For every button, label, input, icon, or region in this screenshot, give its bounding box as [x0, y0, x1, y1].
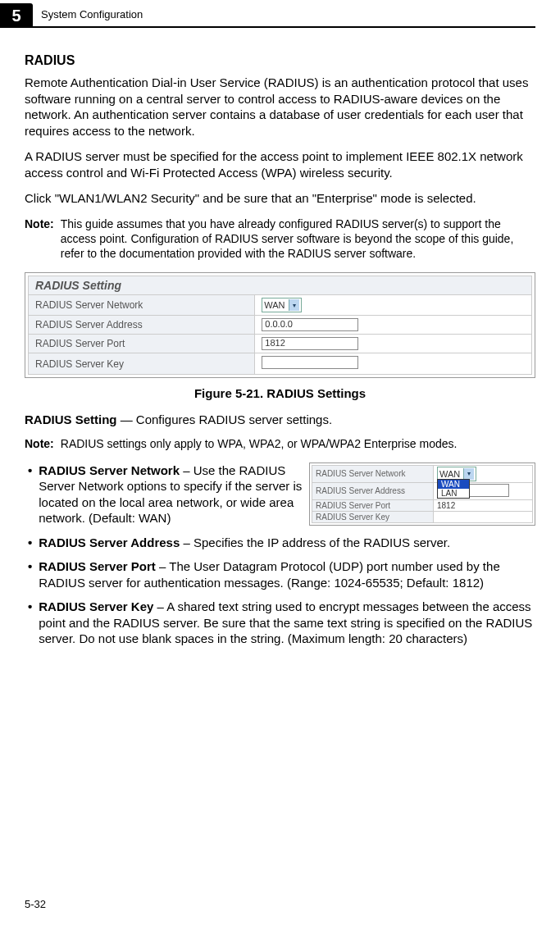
server-network-select-value: WAN — [264, 300, 285, 310]
bullet-term: RADIUS Server Key — [39, 599, 153, 613]
note-block-1: Note: This guide assumes that you have a… — [25, 216, 535, 262]
bullet-term: RADIUS Server Port — [39, 559, 156, 573]
server-key-input[interactable] — [262, 356, 358, 369]
bullet-network: RADIUS Server Network – Use the RADIUS S… — [25, 462, 303, 526]
paragraph-intro: Remote Authentication Dial-in User Servi… — [25, 75, 535, 139]
inset-network-select-value: WAN — [439, 469, 460, 479]
figure-caption: Figure 5-21. RADIUS Settings — [25, 386, 535, 400]
inset-table: RADIUS Server Network WAN ▾ WAN LAN — [312, 465, 533, 523]
server-address-input[interactable]: 0.0.0.0 — [262, 318, 358, 331]
row-label-port: RADIUS Server Port — [29, 335, 255, 353]
inset-label-port: RADIUS Server Port — [312, 499, 434, 511]
radius-panel-title: RADIUS Setting — [29, 276, 532, 295]
figure-radius-settings: RADIUS Setting RADIUS Server Network WAN… — [25, 272, 535, 378]
definition-radius-setting: RADIUS Setting — Configures RADIUS serve… — [25, 412, 535, 428]
bullet-key: RADIUS Server Key – A shared text string… — [25, 599, 535, 647]
row-value-key — [255, 353, 532, 375]
row-value-address: 0.0.0.0 — [255, 316, 532, 335]
inset-network-dropdown-list: WAN LAN — [437, 479, 470, 499]
section-heading-radius: RADIUS — [25, 53, 535, 68]
bullet-term: RADIUS Server Network — [39, 463, 180, 477]
paragraph-requirement: A RADIUS server must be specified for th… — [25, 148, 535, 180]
figure-dropdown-inset: RADIUS Server Network WAN ▾ WAN LAN — [309, 462, 535, 526]
header-rule — [25, 26, 535, 28]
row-label-network: RADIUS Server Network — [29, 295, 255, 316]
page-number: 5-32 — [25, 898, 46, 910]
row-value-port: 1812 — [255, 335, 532, 353]
dropdown-option-wan[interactable]: WAN — [438, 480, 469, 489]
row-label-key: RADIUS Server Key — [29, 353, 255, 375]
note-label: Note: — [25, 436, 61, 451]
server-network-select[interactable]: WAN ▾ — [262, 298, 301, 312]
note-text: RADIUS settings only apply to WPA, WPA2,… — [61, 436, 535, 451]
inset-value-network: WAN ▾ WAN LAN — [433, 465, 532, 482]
bullet-port: RADIUS Server Port – The User Datagram P… — [25, 558, 535, 590]
chevron-down-icon: ▾ — [463, 468, 474, 480]
chevron-down-icon: ▾ — [289, 299, 299, 311]
note-text: This guide assumes that you have already… — [61, 216, 535, 262]
running-header: System Configuration — [41, 8, 143, 21]
inset-label-key: RADIUS Server Key — [312, 511, 434, 522]
paragraph-instruction: Click "WLAN1/WLAN2 Security" and be sure… — [25, 190, 535, 207]
inset-label-network: RADIUS Server Network — [312, 465, 434, 482]
row-value-network: WAN ▾ — [255, 295, 532, 316]
inset-value-key — [433, 511, 532, 522]
note-label: Note: — [25, 216, 61, 262]
definition-desc: — Configures RADIUS server settings. — [117, 412, 333, 426]
definition-term: RADIUS Setting — [25, 412, 117, 426]
bullet-term: RADIUS Server Address — [39, 535, 180, 549]
bullet-desc: – Specifies the IP address of the RADIUS… — [180, 535, 450, 549]
radius-settings-table: RADIUS Setting RADIUS Server Network WAN… — [28, 276, 532, 375]
note-block-2: Note: RADIUS settings only apply to WPA,… — [25, 436, 535, 451]
row-label-address: RADIUS Server Address — [29, 316, 255, 335]
dropdown-option-lan[interactable]: LAN — [438, 489, 469, 498]
inset-value-port: 1812 — [433, 499, 532, 511]
bullet-address: RADIUS Server Address – Specifies the IP… — [25, 535, 535, 551]
server-port-input[interactable]: 1812 — [262, 337, 358, 350]
chapter-tab: 5 — [0, 3, 33, 28]
inset-label-address: RADIUS Server Address — [312, 482, 434, 499]
